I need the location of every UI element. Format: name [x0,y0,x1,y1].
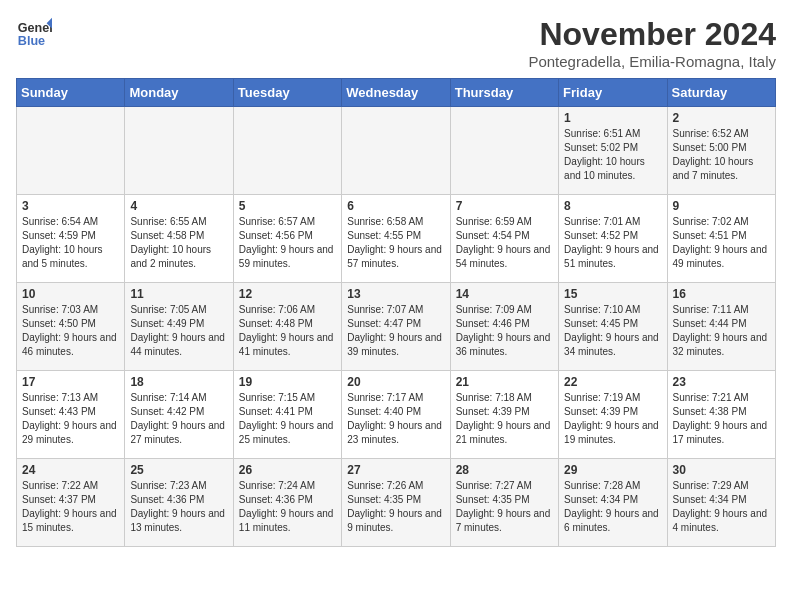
day-number: 14 [456,287,553,301]
day-info: Sunrise: 7:10 AM Sunset: 4:45 PM Dayligh… [564,303,661,359]
day-number: 22 [564,375,661,389]
day-info: Sunrise: 6:58 AM Sunset: 4:55 PM Dayligh… [347,215,444,271]
day-info: Sunrise: 6:57 AM Sunset: 4:56 PM Dayligh… [239,215,336,271]
calendar-cell: 30Sunrise: 7:29 AM Sunset: 4:34 PM Dayli… [667,459,775,547]
day-info: Sunrise: 7:14 AM Sunset: 4:42 PM Dayligh… [130,391,227,447]
header-tuesday: Tuesday [233,79,341,107]
svg-text:Blue: Blue [18,34,45,48]
day-number: 13 [347,287,444,301]
calendar-week-1: 1Sunrise: 6:51 AM Sunset: 5:02 PM Daylig… [17,107,776,195]
calendar-cell: 23Sunrise: 7:21 AM Sunset: 4:38 PM Dayli… [667,371,775,459]
calendar-cell: 15Sunrise: 7:10 AM Sunset: 4:45 PM Dayli… [559,283,667,371]
day-number: 21 [456,375,553,389]
calendar-cell: 26Sunrise: 7:24 AM Sunset: 4:36 PM Dayli… [233,459,341,547]
calendar-cell [450,107,558,195]
day-info: Sunrise: 7:18 AM Sunset: 4:39 PM Dayligh… [456,391,553,447]
day-info: Sunrise: 7:01 AM Sunset: 4:52 PM Dayligh… [564,215,661,271]
day-number: 27 [347,463,444,477]
day-info: Sunrise: 7:21 AM Sunset: 4:38 PM Dayligh… [673,391,770,447]
day-info: Sunrise: 7:07 AM Sunset: 4:47 PM Dayligh… [347,303,444,359]
header-saturday: Saturday [667,79,775,107]
calendar-cell: 17Sunrise: 7:13 AM Sunset: 4:43 PM Dayli… [17,371,125,459]
calendar-header-row: SundayMondayTuesdayWednesdayThursdayFrid… [17,79,776,107]
day-number: 15 [564,287,661,301]
calendar-cell: 19Sunrise: 7:15 AM Sunset: 4:41 PM Dayli… [233,371,341,459]
calendar-cell: 22Sunrise: 7:19 AM Sunset: 4:39 PM Dayli… [559,371,667,459]
day-number: 25 [130,463,227,477]
calendar-cell: 3Sunrise: 6:54 AM Sunset: 4:59 PM Daylig… [17,195,125,283]
day-info: Sunrise: 6:54 AM Sunset: 4:59 PM Dayligh… [22,215,119,271]
day-number: 12 [239,287,336,301]
page-header: General Blue November 2024 Pontegradella… [16,16,776,70]
day-info: Sunrise: 7:13 AM Sunset: 4:43 PM Dayligh… [22,391,119,447]
day-number: 26 [239,463,336,477]
calendar-cell: 8Sunrise: 7:01 AM Sunset: 4:52 PM Daylig… [559,195,667,283]
day-number: 20 [347,375,444,389]
day-info: Sunrise: 6:55 AM Sunset: 4:58 PM Dayligh… [130,215,227,271]
calendar-cell: 21Sunrise: 7:18 AM Sunset: 4:39 PM Dayli… [450,371,558,459]
day-info: Sunrise: 7:19 AM Sunset: 4:39 PM Dayligh… [564,391,661,447]
day-info: Sunrise: 7:22 AM Sunset: 4:37 PM Dayligh… [22,479,119,535]
calendar-cell: 4Sunrise: 6:55 AM Sunset: 4:58 PM Daylig… [125,195,233,283]
header-monday: Monday [125,79,233,107]
calendar-cell: 6Sunrise: 6:58 AM Sunset: 4:55 PM Daylig… [342,195,450,283]
calendar-cell: 25Sunrise: 7:23 AM Sunset: 4:36 PM Dayli… [125,459,233,547]
day-number: 18 [130,375,227,389]
header-sunday: Sunday [17,79,125,107]
calendar-cell: 7Sunrise: 6:59 AM Sunset: 4:54 PM Daylig… [450,195,558,283]
location-subtitle: Pontegradella, Emilia-Romagna, Italy [528,53,776,70]
day-info: Sunrise: 7:09 AM Sunset: 4:46 PM Dayligh… [456,303,553,359]
calendar-cell [125,107,233,195]
calendar-cell [17,107,125,195]
day-info: Sunrise: 7:11 AM Sunset: 4:44 PM Dayligh… [673,303,770,359]
day-number: 17 [22,375,119,389]
calendar-cell: 29Sunrise: 7:28 AM Sunset: 4:34 PM Dayli… [559,459,667,547]
calendar-cell: 13Sunrise: 7:07 AM Sunset: 4:47 PM Dayli… [342,283,450,371]
day-info: Sunrise: 7:29 AM Sunset: 4:34 PM Dayligh… [673,479,770,535]
day-number: 28 [456,463,553,477]
calendar-cell: 14Sunrise: 7:09 AM Sunset: 4:46 PM Dayli… [450,283,558,371]
calendar-cell [233,107,341,195]
calendar-cell: 20Sunrise: 7:17 AM Sunset: 4:40 PM Dayli… [342,371,450,459]
day-number: 23 [673,375,770,389]
calendar-cell: 28Sunrise: 7:27 AM Sunset: 4:35 PM Dayli… [450,459,558,547]
calendar-week-5: 24Sunrise: 7:22 AM Sunset: 4:37 PM Dayli… [17,459,776,547]
calendar-week-3: 10Sunrise: 7:03 AM Sunset: 4:50 PM Dayli… [17,283,776,371]
header-thursday: Thursday [450,79,558,107]
day-info: Sunrise: 7:06 AM Sunset: 4:48 PM Dayligh… [239,303,336,359]
day-info: Sunrise: 7:03 AM Sunset: 4:50 PM Dayligh… [22,303,119,359]
day-number: 3 [22,199,119,213]
day-info: Sunrise: 7:28 AM Sunset: 4:34 PM Dayligh… [564,479,661,535]
title-block: November 2024 Pontegradella, Emilia-Roma… [528,16,776,70]
day-info: Sunrise: 7:23 AM Sunset: 4:36 PM Dayligh… [130,479,227,535]
day-number: 11 [130,287,227,301]
calendar-cell: 27Sunrise: 7:26 AM Sunset: 4:35 PM Dayli… [342,459,450,547]
day-info: Sunrise: 7:05 AM Sunset: 4:49 PM Dayligh… [130,303,227,359]
calendar-cell: 5Sunrise: 6:57 AM Sunset: 4:56 PM Daylig… [233,195,341,283]
calendar-cell: 2Sunrise: 6:52 AM Sunset: 5:00 PM Daylig… [667,107,775,195]
day-number: 19 [239,375,336,389]
calendar-cell: 16Sunrise: 7:11 AM Sunset: 4:44 PM Dayli… [667,283,775,371]
calendar-cell [342,107,450,195]
day-info: Sunrise: 6:51 AM Sunset: 5:02 PM Dayligh… [564,127,661,183]
day-number: 5 [239,199,336,213]
day-number: 30 [673,463,770,477]
day-number: 8 [564,199,661,213]
day-number: 7 [456,199,553,213]
calendar-cell: 9Sunrise: 7:02 AM Sunset: 4:51 PM Daylig… [667,195,775,283]
day-info: Sunrise: 6:59 AM Sunset: 4:54 PM Dayligh… [456,215,553,271]
day-number: 1 [564,111,661,125]
calendar-cell: 11Sunrise: 7:05 AM Sunset: 4:49 PM Dayli… [125,283,233,371]
day-number: 16 [673,287,770,301]
day-number: 10 [22,287,119,301]
header-friday: Friday [559,79,667,107]
day-info: Sunrise: 7:17 AM Sunset: 4:40 PM Dayligh… [347,391,444,447]
day-info: Sunrise: 7:26 AM Sunset: 4:35 PM Dayligh… [347,479,444,535]
header-wednesday: Wednesday [342,79,450,107]
day-info: Sunrise: 7:24 AM Sunset: 4:36 PM Dayligh… [239,479,336,535]
month-title: November 2024 [528,16,776,53]
day-info: Sunrise: 7:27 AM Sunset: 4:35 PM Dayligh… [456,479,553,535]
calendar-cell: 10Sunrise: 7:03 AM Sunset: 4:50 PM Dayli… [17,283,125,371]
calendar-week-4: 17Sunrise: 7:13 AM Sunset: 4:43 PM Dayli… [17,371,776,459]
day-number: 4 [130,199,227,213]
